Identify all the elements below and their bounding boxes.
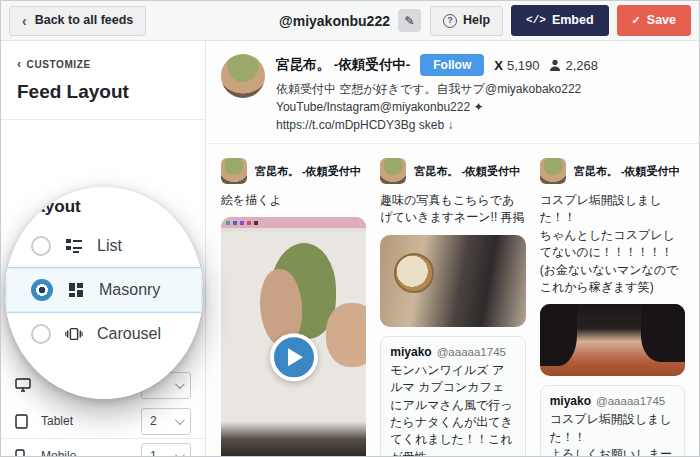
embed-button[interactable]: </> Embed [511, 5, 609, 36]
tweet-video-thumbnail[interactable] [221, 217, 366, 456]
person-icon [549, 59, 561, 72]
tablet-columns-value: 2 [150, 414, 175, 428]
bio-line-2[interactable]: https://t.co/mDpHCDY3Bg skeb ↓ [276, 116, 685, 134]
code-icon: </> [526, 15, 546, 26]
masonry-layout-icon [67, 281, 85, 299]
topbar-actions: ? Help </> Embed ✓ Save [430, 5, 691, 36]
profile-avatar [221, 54, 265, 98]
tweet-card-1[interactable]: 宮昆布。 -依頼受付中 絵を描くよ [221, 154, 366, 456]
profile-header: 宮昆布。 -依頼受付中- Follow X 5,190 2,268 依頼受付中 … [207, 41, 699, 144]
tweet-text: 趣味の写真もこちらであげていきますネーン!! 再掲 [380, 192, 525, 227]
tweet-author: 宮昆布。 -依頼受付中 [574, 164, 680, 179]
tweet-author: 宮昆布。 -依頼受付中 [414, 164, 520, 179]
artist-hand-shape [326, 303, 366, 367]
tablet-label: Tablet [41, 414, 141, 428]
feed-handle: @miyakonbu222 [279, 13, 390, 29]
quoted-text: コスプレ垢開設しました！！ よろしくお願いしまーーーす！！！ これは中学生の時の… [550, 411, 675, 456]
panel-title: Feed Layout [1, 71, 205, 119]
quoted-text: モンハンワイルズ アルマ カプコンカフェにアルマさん風で行ったらナタくんが出てき… [390, 362, 515, 456]
quoted-author-name: miyako [550, 394, 591, 408]
tweet-author: 宮昆布。 -依頼受付中 [255, 164, 361, 179]
layout-section-title: Layout [5, 187, 203, 225]
section-divider [1, 438, 205, 439]
chevron-down-icon [175, 379, 185, 389]
profile-info: 宮昆布。 -依頼受付中- Follow X 5,190 2,268 依頼受付中 … [276, 54, 685, 134]
carousel-layout-icon [65, 325, 83, 343]
back-to-feeds-button[interactable]: ‹ Back to all feeds [9, 6, 146, 36]
edit-handle-button[interactable]: ✎ [398, 9, 421, 32]
posts-stat: X 5,190 [494, 58, 539, 73]
tweet-photo[interactable] [380, 235, 525, 327]
mobile-label: Mobile [41, 449, 141, 457]
feed-handle-group: @miyakonbu222 ✎ [279, 9, 421, 32]
save-button-label: Save [647, 14, 676, 27]
help-button[interactable]: ? Help [430, 6, 503, 36]
list-layout-icon [65, 237, 83, 255]
tweet-avatar [221, 158, 247, 184]
tablet-columns-select[interactable]: 2 [141, 408, 191, 435]
masonry-option-label: Masonry [99, 281, 160, 299]
followers-count: 2,268 [565, 58, 598, 73]
customize-back-link[interactable]: ‹ CUSTOMIZE [1, 41, 205, 71]
quoted-author-handle: @aaaaa1745 [437, 346, 506, 358]
play-button[interactable] [270, 334, 318, 382]
back-chevron-icon: ‹ [22, 14, 27, 28]
customize-label: CUSTOMIZE [27, 59, 91, 70]
tweet-text: 絵を描くよ [221, 192, 366, 209]
x-logo-icon: X [494, 58, 503, 73]
tablet-columns-row: Tablet 2 [1, 407, 205, 435]
play-icon [288, 349, 303, 367]
follow-button[interactable]: Follow [420, 54, 484, 76]
magnifier-lens: Layout List Masonry Caro [5, 187, 203, 399]
tweet-card-3[interactable]: 宮昆布。 -依頼受付中 コスプレ垢開設しました！！ ちゃんとしたコスプレしてない… [540, 154, 685, 456]
quoted-author-name: miyako [390, 345, 431, 359]
quoted-tweet[interactable]: miyako @aaaaa1745 モンハンワイルズ アルマ カプコンカフェにア… [380, 336, 525, 456]
masonry-grid: 宮昆布。 -依頼受付中 絵を描くよ [207, 144, 699, 456]
radio-checked-icon[interactable] [31, 279, 53, 301]
tweet-avatar [540, 158, 566, 184]
feed-preview: 宮昆布。 -依頼受付中- Follow X 5,190 2,268 依頼受付中 … [207, 41, 699, 456]
layout-option-masonry[interactable]: Masonry [5, 267, 203, 313]
mobile-columns-row: Mobile 1 [1, 442, 205, 457]
bio-line-1: 依頼受付中 空想が好きです。自我サブ@miyakobako222 YouTube… [276, 80, 685, 116]
layout-option-carousel[interactable]: Carousel [5, 313, 203, 355]
radio-unchecked-icon[interactable] [31, 324, 51, 344]
settings-sidebar: ‹ CUSTOMIZE Feed Layout Tablet 2 [1, 41, 206, 456]
badge-shape [394, 253, 434, 293]
radio-unchecked-icon[interactable] [31, 236, 51, 256]
embed-button-label: Embed [552, 14, 594, 27]
drawing-app-toolbar [221, 217, 366, 228]
mobile-columns-select[interactable]: 1 [141, 443, 191, 457]
chevron-down-icon [175, 415, 185, 425]
mobile-icon [15, 448, 31, 457]
layout-option-list[interactable]: List [5, 225, 203, 267]
help-button-label: Help [463, 14, 490, 27]
chevron-down-icon [175, 450, 185, 457]
back-chevron-icon: ‹ [17, 57, 22, 71]
tweet-photo[interactable] [540, 304, 685, 376]
tweet-card-2[interactable]: 宮昆布。 -依頼受付中 趣味の写真もこちらであげていきますネーン!! 再掲 mi… [380, 154, 525, 456]
profile-bio: 依頼受付中 空想が好きです。自我サブ@miyakobako222 YouTube… [276, 80, 685, 134]
followers-stat: 2,268 [549, 58, 598, 73]
posts-count: 5,190 [507, 58, 540, 73]
mobile-columns-value: 1 [150, 449, 175, 457]
tablet-icon [15, 413, 31, 429]
hair-shape [641, 304, 685, 362]
feed-customizer-window: ‹ Back to all feeds @miyakonbu222 ✎ ? He… [0, 0, 700, 457]
check-icon: ✓ [632, 15, 641, 26]
topbar: ‹ Back to all feeds @miyakonbu222 ✎ ? He… [1, 1, 699, 41]
quoted-author-handle: @aaaaa1745 [596, 395, 665, 407]
desktop-icon [15, 377, 31, 393]
save-button[interactable]: ✓ Save [617, 5, 691, 36]
carousel-option-label: Carousel [97, 325, 161, 343]
hair-shape [540, 304, 578, 365]
tweet-text: コスプレ垢開設しました！！ ちゃんとしたコスプレしてないのに！！！！！！ (お金… [540, 192, 685, 296]
quoted-tweet[interactable]: miyako @aaaaa1745 コスプレ垢開設しました！！ よろしくお願いし… [540, 385, 685, 456]
tweet-avatar [380, 158, 406, 184]
pencil-icon: ✎ [404, 14, 414, 28]
list-option-label: List [97, 237, 122, 255]
help-icon: ? [443, 14, 457, 28]
back-button-label: Back to all feeds [35, 14, 134, 27]
profile-name: 宮昆布。 -依頼受付中- [276, 56, 410, 74]
section-divider [1, 119, 205, 120]
